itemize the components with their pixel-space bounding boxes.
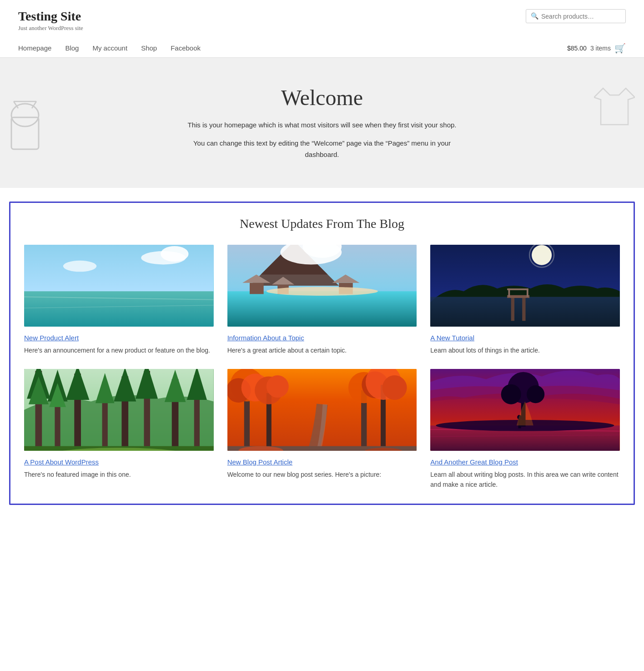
blog-post-image-5: [227, 369, 417, 451]
cart-count: 3 items: [590, 45, 611, 52]
blog-post-title-2[interactable]: Information About a Topic: [227, 334, 417, 342]
search-icon: 🔍: [531, 12, 538, 20]
hero-text-1: This is your homepage which is what most…: [187, 119, 456, 131]
blog-grid: New Product Alert Here's an announcement…: [24, 245, 620, 490]
nav-links: Homepage Blog My account Shop Facebook: [18, 39, 201, 57]
blog-post-excerpt-4: There's no featured image in this one.: [24, 469, 214, 479]
svg-point-27: [532, 245, 552, 265]
blog-post-title-6[interactable]: And Another Great Blog Post: [430, 458, 620, 466]
blog-post-4: A Post About WordPress There's no featur…: [24, 369, 214, 490]
svg-point-84: [527, 385, 544, 403]
svg-rect-19: [250, 283, 264, 294]
blog-post-excerpt-2: Here's a great article about a certain t…: [227, 345, 417, 355]
blog-post-title-5[interactable]: New Blog Post Article: [227, 458, 417, 466]
blog-post-6: And Another Great Blog Post Learn all ab…: [430, 369, 620, 490]
svg-point-66: [266, 375, 288, 398]
svg-rect-1: [11, 117, 39, 149]
nav-link-homepage[interactable]: Homepage: [18, 39, 51, 57]
nav-link-shop[interactable]: Shop: [141, 39, 157, 57]
nav-item-myaccount[interactable]: My account: [92, 39, 127, 57]
blog-post-image-4: [24, 369, 214, 451]
svg-rect-18: [227, 291, 417, 327]
blog-post-2: Information About a Topic Here's a great…: [227, 245, 417, 355]
header-right: 🔍: [526, 9, 626, 23]
site-navigation: Homepage Blog My account Shop Facebook $…: [0, 39, 644, 58]
blog-post-3: A New Tutorial Learn about lots of thing…: [430, 245, 620, 355]
svg-rect-7: [24, 291, 214, 327]
blog-section-title: Newest Updates From The Blog: [24, 217, 620, 231]
hero-text-2: You can change this text by editing the …: [186, 137, 458, 161]
blog-post-title-4[interactable]: A Post About WordPress: [24, 458, 214, 466]
svg-rect-31: [511, 296, 514, 321]
nav-item-blog[interactable]: Blog: [65, 39, 79, 57]
search-form[interactable]: 🔍: [526, 9, 626, 23]
decorative-shirt-icon: [594, 84, 635, 129]
site-title[interactable]: Testing Site: [18, 9, 83, 24]
svg-rect-32: [523, 296, 526, 321]
hero-title: Welcome: [281, 85, 363, 110]
cart-icon[interactable]: 🛒: [614, 43, 626, 54]
blog-post-1: New Product Alert Here's an announcement…: [24, 245, 214, 355]
site-tagline: Just another WordPress site: [18, 25, 83, 32]
nav-item-facebook[interactable]: Facebook: [171, 39, 201, 57]
hero-section: Welcome This is your homepage which is w…: [0, 58, 644, 188]
svg-point-11: [161, 246, 188, 261]
nav-link-blog[interactable]: Blog: [65, 39, 79, 57]
blog-post-5: New Blog Post Article Welcome to our new…: [227, 369, 417, 490]
blog-section: Newest Updates From The Blog: [9, 202, 635, 505]
blog-post-image-2: [227, 245, 417, 327]
blog-post-excerpt-1: Here's an announcement for a new product…: [24, 345, 214, 355]
nav-item-homepage[interactable]: Homepage: [18, 39, 51, 57]
svg-point-83: [501, 384, 521, 404]
cart-price: $85.00: [567, 45, 587, 52]
nav-item-shop[interactable]: Shop: [141, 39, 157, 57]
blog-post-title-1[interactable]: New Product Alert: [24, 334, 214, 342]
svg-rect-33: [507, 295, 529, 298]
svg-rect-36: [507, 288, 528, 290]
blog-post-image-3: [430, 245, 620, 327]
cart-area[interactable]: $85.00 3 items 🛒: [567, 43, 626, 54]
nav-link-myaccount[interactable]: My account: [92, 39, 127, 57]
svg-point-12: [63, 260, 97, 272]
svg-point-25: [266, 287, 377, 296]
decorative-bag-icon: [5, 97, 45, 156]
svg-point-72: [382, 375, 407, 400]
blog-post-image-1: [24, 245, 214, 327]
blog-post-title-3[interactable]: A New Tutorial: [430, 334, 620, 342]
site-header: Testing Site Just another WordPress site…: [0, 0, 644, 32]
svg-marker-5: [594, 88, 635, 125]
site-branding: Testing Site Just another WordPress site: [18, 9, 83, 32]
nav-link-facebook[interactable]: Facebook: [171, 39, 201, 57]
search-input[interactable]: [541, 13, 621, 20]
blog-post-image-6: [430, 369, 620, 451]
blog-post-excerpt-6: Learn all about writing blog posts. In t…: [430, 469, 620, 490]
blog-post-excerpt-5: Welcome to our new blog post series. Her…: [227, 469, 417, 479]
svg-point-0: [11, 104, 39, 126]
blog-post-excerpt-3: Learn about lots of things in the articl…: [430, 345, 620, 355]
